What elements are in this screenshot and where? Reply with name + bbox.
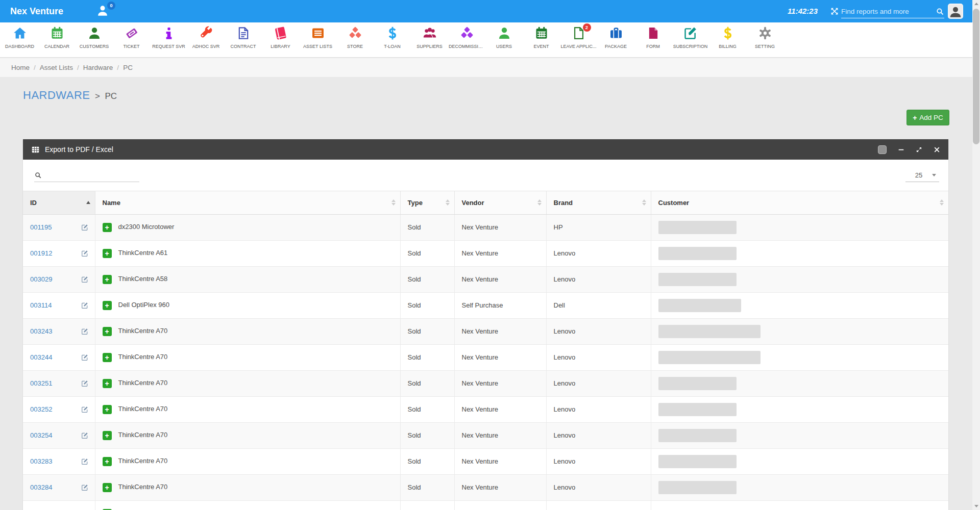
toolbar-item-setting[interactable]: SETTING xyxy=(746,26,783,57)
asset-id-link[interactable]: 003251 xyxy=(30,379,52,387)
toolbar-item-ticket[interactable]: TICKET xyxy=(113,26,150,57)
page-size-value: 25 xyxy=(905,171,932,179)
cell-vendor: Nex Venture xyxy=(454,396,546,422)
expand-row-plus-icon[interactable]: + xyxy=(103,223,112,232)
panel-color-swatch[interactable] xyxy=(878,145,887,154)
toolbar-item-decommission[interactable]: DECOMMISSION xyxy=(448,26,485,57)
column-header-brand[interactable]: Brand xyxy=(546,191,651,214)
page-title-hardware-link[interactable]: HARDWARE xyxy=(23,89,90,101)
cell-brand: Lenovo xyxy=(546,422,651,448)
toolbar-item-contract[interactable]: CONTRACT xyxy=(225,26,262,57)
cell-id: 003252 xyxy=(23,396,95,422)
toolbar-item-request-svr[interactable]: REQUEST SVR xyxy=(150,26,187,57)
expand-row-plus-icon[interactable]: + xyxy=(103,353,112,362)
asset-id-link[interactable]: 003252 xyxy=(30,405,52,413)
page-size-select[interactable]: 25 xyxy=(905,168,939,182)
edit-icon[interactable] xyxy=(81,457,89,466)
toolbar-item-label: PACKAGE xyxy=(597,44,634,49)
column-header-customer[interactable]: Customer xyxy=(651,191,948,214)
toolbar-item-billing[interactable]: BILLING xyxy=(709,26,746,57)
calendar-icon xyxy=(50,26,64,40)
toolbar-item-label: ADHOC SVR xyxy=(187,44,225,49)
toolbar-item-store[interactable]: STORE xyxy=(336,26,374,57)
scroll-up-arrow-icon[interactable] xyxy=(972,0,980,8)
edit-icon[interactable] xyxy=(81,301,89,310)
asset-id-link[interactable]: 003284 xyxy=(30,483,52,491)
asset-id-link[interactable]: 003244 xyxy=(30,353,52,361)
toolbar-item-users[interactable]: USERS xyxy=(485,26,523,57)
edit-icon[interactable] xyxy=(81,327,89,336)
expand-row-plus-icon[interactable]: + xyxy=(103,405,112,414)
expand-row-plus-icon[interactable]: + xyxy=(103,249,112,258)
toolbar-item-asset-lists[interactable]: ASSET LISTS xyxy=(299,26,336,57)
toolbar-item-t-loan[interactable]: T-LOAN xyxy=(374,26,411,57)
table-search-input[interactable] xyxy=(46,171,139,179)
column-header-id[interactable]: ID xyxy=(23,191,95,214)
toolbar-item-library[interactable]: LIBRARY xyxy=(262,26,299,57)
breadcrumb-link-hardware[interactable]: Hardware xyxy=(83,64,113,71)
edit-icon[interactable] xyxy=(81,223,89,232)
edit-icon[interactable] xyxy=(81,483,89,492)
asset-name: ThinkCentre A70 xyxy=(118,457,168,465)
asset-id-link[interactable]: 003283 xyxy=(30,457,52,465)
asset-id-link[interactable]: 001912 xyxy=(30,249,52,257)
asset-id-link[interactable]: 001195 xyxy=(30,223,52,231)
briefcase-icon xyxy=(609,26,623,40)
toolbar-item-subscription[interactable]: SUBSCRIPTION xyxy=(672,26,709,57)
cell-customer xyxy=(651,214,948,240)
cell-vendor: Nex Venture xyxy=(454,474,546,500)
toolbar-item-adhoc-svr[interactable]: ADHOC SVR xyxy=(187,26,225,57)
asset-id-link[interactable]: 003254 xyxy=(30,431,52,439)
table-row: 003284+ThinkCentre A70SoldNex VentureLen… xyxy=(23,474,948,500)
asset-id-link[interactable]: 003029 xyxy=(30,275,52,283)
asset-id-link[interactable]: 003243 xyxy=(30,327,52,335)
edit-icon[interactable] xyxy=(81,275,89,284)
cell-customer xyxy=(651,422,948,448)
expand-row-plus-icon[interactable]: + xyxy=(103,457,112,466)
cell-customer xyxy=(651,370,948,396)
global-search-input[interactable] xyxy=(841,8,936,15)
avatar[interactable] xyxy=(948,4,963,19)
toolbar-item-dashboard[interactable]: DASHBOARD xyxy=(1,26,38,57)
column-header-name[interactable]: Name xyxy=(95,191,400,214)
toolbar-item-event[interactable]: EVENT xyxy=(523,26,560,57)
collapse-icon[interactable] xyxy=(897,146,904,153)
asset-id-link[interactable]: 003114 xyxy=(30,301,52,309)
add-pc-button[interactable]: + Add PC xyxy=(906,110,949,125)
column-header-vendor[interactable]: Vendor xyxy=(454,191,546,214)
search-icon[interactable] xyxy=(936,7,944,16)
breadcrumb-link-home[interactable]: Home xyxy=(11,64,30,71)
edit-icon[interactable] xyxy=(81,353,89,362)
expand-row-plus-icon[interactable]: + xyxy=(103,431,112,440)
edit-icon[interactable] xyxy=(81,379,89,388)
expand-row-plus-icon[interactable]: + xyxy=(103,379,112,388)
toolbar-item-package[interactable]: PACKAGE xyxy=(597,26,634,57)
fullscreen-icon[interactable] xyxy=(830,7,839,16)
toolbar-item-suppliers[interactable]: SUPPLIERS xyxy=(411,26,448,57)
customer-redacted-bar xyxy=(658,247,737,260)
breadcrumb-separator: / xyxy=(34,64,36,71)
scrollbar-thumb[interactable] xyxy=(973,9,979,144)
edit-icon[interactable] xyxy=(81,405,89,414)
toolbar-item-customers[interactable]: CUSTOMERS xyxy=(76,26,113,57)
close-icon[interactable] xyxy=(933,146,940,153)
toolbar-item-leave-application[interactable]: 2LEAVE APPLIC... xyxy=(560,26,597,57)
expand-row-plus-icon[interactable]: + xyxy=(103,301,112,310)
cell-type: Sold xyxy=(400,214,454,240)
cell-brand: Lenovo xyxy=(546,474,651,500)
expand-icon[interactable] xyxy=(915,146,922,153)
column-header-type[interactable]: Type xyxy=(400,191,454,214)
scroll-down-arrow-icon[interactable] xyxy=(972,502,980,510)
edit-icon[interactable] xyxy=(81,431,89,440)
expand-row-plus-icon[interactable]: + xyxy=(103,327,112,336)
export-panel: Export to PDF / Excel 25 xyxy=(23,139,948,510)
user-notifications-button[interactable]: 0 xyxy=(96,4,111,19)
cell-type: Sold xyxy=(400,240,454,266)
edit-icon[interactable] xyxy=(81,249,89,258)
expand-row-plus-icon[interactable]: + xyxy=(103,275,112,284)
document-fill-icon xyxy=(646,26,660,40)
toolbar-item-form[interactable]: FORM xyxy=(634,26,672,57)
expand-row-plus-icon[interactable]: + xyxy=(103,483,112,492)
breadcrumb-link-asset-lists[interactable]: Asset Lists xyxy=(40,64,73,71)
toolbar-item-calendar[interactable]: CALENDAR xyxy=(38,26,76,57)
